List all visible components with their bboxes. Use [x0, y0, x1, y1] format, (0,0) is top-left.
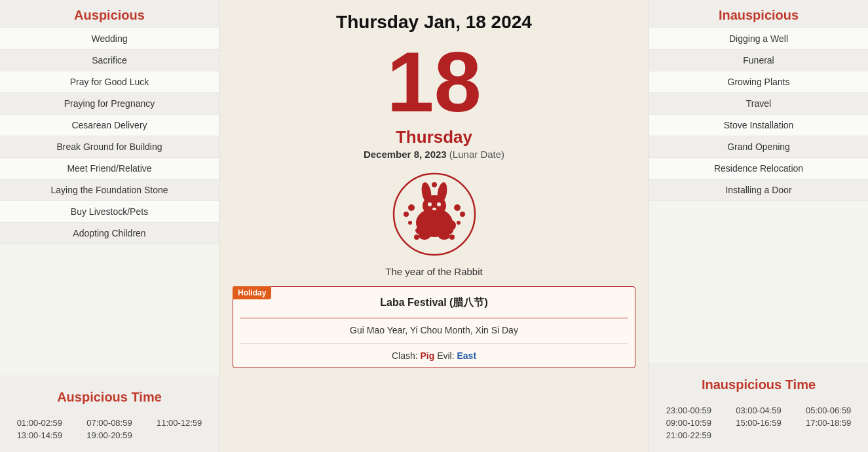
right-panel: Inauspicious Digging a WellFuneralGrowin…: [649, 0, 868, 452]
inauspicious-time-grid: 23:00-00:5903:00-04:5905:00-06:5909:00-1…: [649, 403, 868, 448]
svg-point-5: [428, 202, 432, 206]
list-item: Sacrifice: [0, 50, 219, 71]
auspicious-time-grid: 01:00-02:5907:00-08:5911:00-12:5913:00-1…: [0, 415, 219, 448]
auspicious-time-section: Auspicious Time 01:00-02:5907:00-08:5911…: [0, 375, 219, 452]
time-item: 21:00-22:59: [656, 430, 722, 440]
divider2: [240, 343, 628, 344]
svg-point-12: [438, 232, 450, 240]
list-item: Buy Livestock/Pets: [0, 201, 219, 223]
list-item: Stove Installation: [649, 115, 868, 136]
day-number: 18: [387, 39, 481, 124]
list-item: Break Ground for Building: [0, 136, 219, 158]
zodiac-icon: [392, 172, 477, 257]
svg-point-7: [432, 208, 436, 210]
holiday-section: Holiday Laba Festival (腊八节) Gui Mao Year…: [233, 286, 635, 368]
time-item: [726, 430, 792, 440]
auspicious-header: Auspicious: [0, 0, 219, 28]
list-item: Growing Plants: [649, 71, 868, 93]
time-item: 09:00-10:59: [656, 418, 722, 428]
list-item: Digging a Well: [649, 28, 868, 50]
time-item: 23:00-00:59: [656, 405, 722, 415]
inauspicious-list: Digging a WellFuneralGrowing PlantsTrave…: [649, 28, 868, 201]
holiday-name: Laba Festival (腊八节): [233, 287, 635, 318]
time-item: 03:00-04:59: [726, 405, 792, 415]
time-item: 01:00-02:59: [7, 418, 73, 428]
time-item: 13:00-14:59: [7, 430, 73, 440]
list-item: Residence Relocation: [649, 158, 868, 179]
svg-point-11: [419, 232, 430, 240]
list-item: Laying the Foundation Stone: [0, 179, 219, 201]
lunar-date: December 8, 2023 (Lunar Date): [364, 149, 504, 160]
inauspicious-time-header: Inauspicious Time: [649, 369, 868, 398]
time-item: 07:00-08:59: [77, 418, 143, 428]
list-item: Cesarean Delivery: [0, 115, 219, 136]
list-item: Wedding: [0, 28, 219, 50]
svg-point-15: [432, 182, 437, 187]
left-panel: Auspicious WeddingSacrificePray for Good…: [0, 0, 219, 452]
lunar-label: (Lunar Date): [449, 149, 504, 160]
inauspicious-time-section: Inauspicious Time 23:00-00:5903:00-04:59…: [649, 363, 868, 452]
svg-point-17: [449, 235, 455, 240]
list-item: Travel: [649, 93, 868, 115]
svg-point-13: [408, 204, 415, 211]
zodiac-label: The year of the Rabbit: [385, 266, 482, 277]
svg-point-19: [460, 212, 465, 217]
time-item: 17:00-18:59: [795, 418, 861, 428]
holiday-badge: Holiday: [233, 286, 271, 299]
auspicious-list: WeddingSacrificePray for Good LuckPrayin…: [0, 28, 219, 244]
auspicious-time-header: Auspicious Time: [0, 382, 219, 410]
inauspicious-header: Inauspicious: [649, 0, 868, 28]
time-item: 19:00-20:59: [77, 430, 143, 440]
list-item: Funeral: [649, 50, 868, 71]
list-item: Installing a Door: [649, 179, 868, 201]
time-item: 05:00-06:59: [795, 405, 861, 415]
lunar-date-text: December 8, 2023: [364, 149, 447, 160]
time-item: [795, 430, 861, 440]
time-item: [146, 430, 212, 440]
svg-point-14: [454, 204, 461, 211]
time-item: 15:00-16:59: [726, 418, 792, 428]
main-title: Thursday Jan, 18 2024: [336, 12, 532, 33]
list-item: Meet Friend/Relative: [0, 158, 219, 179]
svg-point-18: [404, 212, 409, 217]
svg-point-16: [414, 235, 419, 240]
list-item: Grand Opening: [649, 136, 868, 158]
svg-point-20: [408, 221, 412, 225]
day-name: Thursday: [396, 127, 472, 147]
svg-point-6: [437, 202, 441, 206]
center-panel: Thursday Jan, 18 2024 18 Thursday Decemb…: [219, 0, 649, 452]
zodiac-container: [392, 172, 477, 259]
time-item: 11:00-12:59: [146, 418, 212, 428]
svg-point-21: [457, 221, 461, 225]
clash-info: Clash: Pig Evil: East: [233, 345, 635, 367]
list-item: Pray for Good Luck: [0, 71, 219, 93]
list-item: Adopting Children: [0, 223, 219, 244]
list-item: Praying for Pregnancy: [0, 93, 219, 115]
calendar-info: Gui Mao Year, Yi Chou Month, Xin Si Day: [233, 318, 635, 342]
